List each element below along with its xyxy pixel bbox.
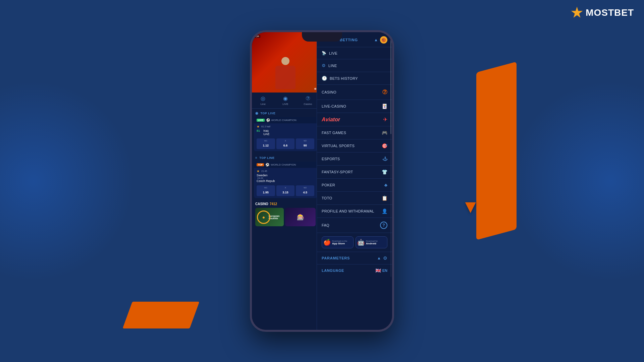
phone-frame: W1 1.: FOR ◎ Line ◉ LIVE xyxy=(250,30,394,332)
odd-w2[interactable]: W2 90 xyxy=(296,138,314,149)
live-menu-label: LIVE xyxy=(329,51,337,55)
menu-item-profile[interactable]: PROFILE AND WITHDRAWAL 👤 xyxy=(317,205,392,218)
live-match-league: WORLD CHAMPION xyxy=(271,119,297,122)
live-match-odds: W1 1.12 X 6.6 W2 90 xyxy=(254,137,317,151)
toto-label: TOTO xyxy=(322,196,332,200)
line-football-icon: ⚽ xyxy=(265,163,269,167)
line-match-card[interactable]: TOP ⚽ WORLD CHAMPION ★ 21:45 Sweden 24.0… xyxy=(254,162,317,198)
menu-item-faq[interactable]: FAQ ? xyxy=(317,218,392,233)
download-section: 🍎 Download on the App Store 🤖 Download f… xyxy=(317,233,392,252)
fast-games-icon: 🎮 xyxy=(382,130,387,135)
casino-card-2-icon: 🎰 xyxy=(297,214,304,221)
bg-circle-left xyxy=(0,80,134,282)
casino-card-2[interactable]: 🎰 xyxy=(285,208,316,226)
roulette-inner: ● xyxy=(262,215,265,220)
top-live-title: TOP LIVE xyxy=(261,112,276,115)
parameters-sliders-icon: ⚙ xyxy=(383,255,387,261)
virtual-sports-icon: 🎯 xyxy=(382,143,387,148)
download-android-button[interactable]: 🤖 Download for Android xyxy=(356,236,387,248)
odd-x-value: 6.6 xyxy=(283,144,288,147)
menu-item-line[interactable]: ⚙ LINE xyxy=(317,59,392,72)
appstore-text: Download on the App Store xyxy=(332,240,347,245)
menu-item-poker[interactable]: POKER ♣ xyxy=(317,179,392,192)
menu-item-fantasy-sport[interactable]: FANTASY-SPORT 👕 xyxy=(317,166,392,179)
parameters-header[interactable]: PARAMETERS ▲ ⚙ xyxy=(317,252,392,264)
live-row: 📡 LIVE xyxy=(322,51,337,55)
casino-section: CASINO 7412 ● European Roulette 🎰 xyxy=(252,200,319,228)
phone-notch xyxy=(302,32,342,42)
line-icon: ◎ xyxy=(261,95,265,102)
live-badge: LIVE xyxy=(257,119,265,122)
top-live-header: ◉ TOP LIVE xyxy=(252,109,319,117)
menu-item-aviator[interactable]: Aviator ✈ xyxy=(317,113,392,126)
poker-chips-icon: ♣ xyxy=(384,182,387,188)
line-odd-w2-label: W2 xyxy=(297,187,314,189)
odd-w1[interactable]: W1 1.12 xyxy=(257,138,275,149)
orange-shape-right xyxy=(476,62,517,240)
line-match-header: TOP ⚽ WORLD CHAMPION xyxy=(254,162,317,168)
virtual-sports-label: VIRTUAL SPORTS xyxy=(322,144,355,148)
line-odd-w1-label: W1 xyxy=(257,187,274,189)
live-section-icon: ◉ xyxy=(255,111,259,115)
live-radio-icon: 📡 xyxy=(322,51,326,55)
menu-item-toto[interactable]: TOTO 📋 xyxy=(317,192,392,205)
line-row: ⚙ LINE xyxy=(322,63,337,68)
bg-circle-right xyxy=(510,80,644,282)
language-row[interactable]: LANGUAGE 🇬🇧 EN xyxy=(317,264,392,277)
casino-cards: ● European Roulette 🎰 xyxy=(255,208,316,226)
menu-item-live-casino[interactable]: LIVE-CASINO 🃏 xyxy=(317,100,392,113)
logo-text: MOSTBET xyxy=(586,7,634,18)
player-body xyxy=(275,66,296,89)
team2-name: UAE xyxy=(263,132,270,136)
nav-tab-line[interactable]: ◎ Line xyxy=(252,95,274,106)
orange-shape-bottom-left xyxy=(122,302,199,328)
line-label: Line xyxy=(261,103,266,106)
team2-row: UAE xyxy=(257,132,314,136)
casino-nav-icon: ⑦ xyxy=(306,95,310,102)
scrollbar-track xyxy=(390,39,391,277)
left-panel: W1 1.: FOR ◎ Line ◉ LIVE xyxy=(252,32,319,330)
menu-item-bets-history[interactable]: 🕐 BETS HISTORY xyxy=(317,72,392,85)
android-main-label: Android xyxy=(366,242,378,245)
line-menu-label: LINE xyxy=(328,64,337,68)
nav-tab-casino[interactable]: ⑦ Casino xyxy=(297,95,319,106)
history-row: 🕐 BETS HISTORY xyxy=(322,76,358,81)
aviator-plane-icon: ✈ xyxy=(383,116,387,123)
faq-question-icon: ? xyxy=(380,222,387,229)
menu-item-live[interactable]: 📡 LIVE xyxy=(317,47,392,59)
phone-mockup: W1 1.: FOR ◎ Line ◉ LIVE xyxy=(250,30,394,332)
live-match-card[interactable]: LIVE ⚽ WORLD CHAMPION ★ 81 2 half 81 Ira… xyxy=(254,117,317,151)
parameters-title: PARAMETERS xyxy=(322,256,350,260)
menu-item-virtual-sports[interactable]: VIRTUAL SPORTS 🎯 xyxy=(317,139,392,153)
line-odd-x[interactable]: X 3.15 xyxy=(276,185,295,196)
toto-clipboard-icon: 📋 xyxy=(382,195,387,201)
menu-item-esports[interactable]: ESPORTS 🕹 xyxy=(317,153,392,166)
line-odd-w1[interactable]: W1 1.95 xyxy=(257,185,275,196)
download-appstore-button[interactable]: 🍎 Download on the App Store xyxy=(322,236,354,248)
language-label: LANGUAGE xyxy=(322,268,344,273)
star-icon: ★ xyxy=(257,125,260,128)
line-team2-name: Czech Repub xyxy=(257,179,275,183)
odd-x[interactable]: X 6.6 xyxy=(276,138,295,149)
team1-row: 81 Iraq xyxy=(257,129,314,132)
menu-item-casino[interactable]: CASINO ⑦ xyxy=(317,85,392,100)
live-match-teams: ★ 81 2 half 81 Iraq UAE xyxy=(254,123,317,137)
sports-betting-chevron-up-icon: ▲ xyxy=(374,38,378,42)
casino-menu-label: CASINO xyxy=(322,90,336,94)
roulette-label: European Roulette xyxy=(269,215,284,220)
language-code: EN xyxy=(382,268,387,273)
history-clock-icon: 🕐 xyxy=(322,76,327,81)
line-odd-x-value: 3.15 xyxy=(282,191,288,194)
odd-w1-value: 1.12 xyxy=(263,144,269,147)
casino-title: CASINO xyxy=(255,202,268,206)
roulette-card[interactable]: ● European Roulette xyxy=(255,208,284,226)
sports-betting-controls: ▲ 🏀 xyxy=(374,36,387,44)
menu-item-fast-games[interactable]: FAST GAMES 🎮 xyxy=(317,126,392,139)
match-time-info: 81 2 half xyxy=(261,125,270,128)
line-odd-w2[interactable]: W2 4.5 xyxy=(296,185,314,196)
nav-tab-live[interactable]: ◉ LIVE xyxy=(274,95,297,106)
bets-history-label: BETS HISTORY xyxy=(330,76,358,80)
appstore-main-label: App Store xyxy=(332,242,347,245)
team2-score xyxy=(257,132,262,136)
esports-label: ESPORTS xyxy=(322,157,340,161)
